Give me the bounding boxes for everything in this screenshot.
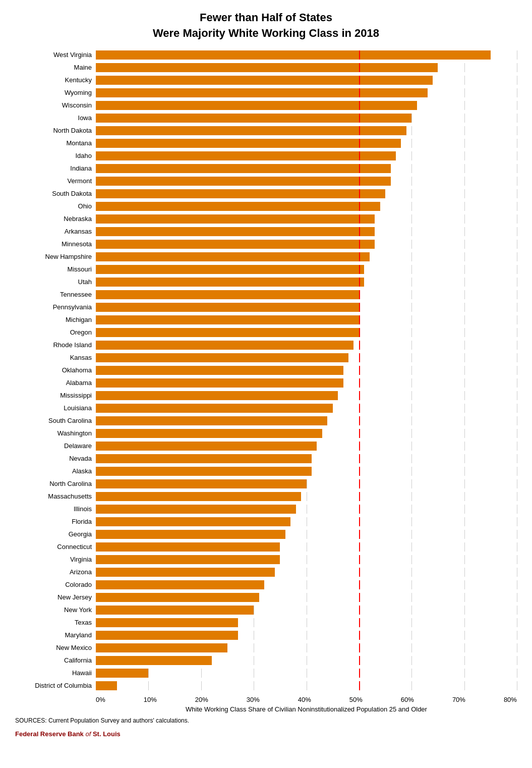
bars-wrapper xyxy=(96,669,517,678)
bar-label: Tennessee xyxy=(15,291,96,298)
grid-line xyxy=(411,378,412,388)
grid-line xyxy=(464,378,465,388)
bars-wrapper xyxy=(96,429,517,438)
grid-line xyxy=(411,442,412,451)
grid-line xyxy=(254,656,254,665)
grid-line xyxy=(359,530,360,539)
grid-line xyxy=(359,681,360,690)
grid-line xyxy=(517,214,517,224)
bar-fill xyxy=(96,315,359,324)
grid-line xyxy=(517,328,517,337)
bar-row: Wyoming xyxy=(15,87,517,98)
grid-line xyxy=(254,669,254,678)
grid-line xyxy=(517,517,517,526)
bar-label: Pennsylvania xyxy=(15,303,96,311)
grid-line xyxy=(464,315,465,324)
bar-row: Maryland xyxy=(15,630,517,641)
bar-row: Arkansas xyxy=(15,226,517,237)
grid-line xyxy=(411,240,412,249)
grid-line xyxy=(517,568,517,577)
bar-fill xyxy=(96,669,148,678)
bar-label: New Hampshire xyxy=(15,253,96,260)
bars-wrapper xyxy=(96,542,517,552)
grid-line xyxy=(307,479,307,488)
chart-area: West VirginiaMaineKentuckyWyomingWiscons… xyxy=(15,49,517,713)
grid-line xyxy=(464,214,465,224)
grid-line xyxy=(307,530,307,539)
bar-label: Wyoming xyxy=(15,89,96,96)
bar-row: California xyxy=(15,655,517,666)
bar-row: Texas xyxy=(15,617,517,628)
grid-line xyxy=(307,505,307,514)
grid-line xyxy=(464,303,465,312)
grid-line xyxy=(148,681,149,690)
grid-line xyxy=(411,252,412,261)
bar-label: New Mexico xyxy=(15,644,96,651)
grid-line xyxy=(517,265,517,274)
grid-line xyxy=(464,442,465,451)
grid-line xyxy=(464,101,465,110)
x-axis-label: 10% xyxy=(144,696,157,703)
grid-line xyxy=(411,454,412,463)
grid-line xyxy=(411,505,412,514)
bar-label: Rhode Island xyxy=(15,341,96,349)
bar-row: North Carolina xyxy=(15,478,517,489)
grid-line xyxy=(517,530,517,539)
grid-line xyxy=(411,126,412,135)
bar-label: Nebraska xyxy=(15,215,96,223)
grid-line xyxy=(307,555,307,564)
grid-line xyxy=(411,151,412,160)
grid-line xyxy=(464,278,465,287)
bars-wrapper xyxy=(96,139,517,148)
grid-line xyxy=(517,303,517,312)
bar-label: Mississippi xyxy=(15,392,96,399)
grid-line xyxy=(411,278,412,287)
bar-row: Maine xyxy=(15,62,517,73)
bar-row: Mississippi xyxy=(15,390,517,401)
bars-wrapper xyxy=(96,681,517,690)
bar-label: Missouri xyxy=(15,265,96,273)
grid-line xyxy=(517,542,517,552)
grid-line xyxy=(517,681,517,690)
bar-fill xyxy=(96,378,343,388)
grid-line xyxy=(411,656,412,665)
grid-line xyxy=(517,353,517,362)
grid-line xyxy=(464,252,465,261)
bar-label: Virginia xyxy=(15,556,96,563)
grid-line xyxy=(517,88,517,97)
bar-fill xyxy=(96,240,375,249)
grid-line xyxy=(517,227,517,236)
bars-wrapper xyxy=(96,202,517,211)
grid-line xyxy=(464,164,465,173)
bar-label: Colorado xyxy=(15,581,96,588)
bar-label: Ohio xyxy=(15,202,96,210)
bar-row: New York xyxy=(15,605,517,616)
bars-wrapper xyxy=(96,404,517,413)
bar-row: Washington xyxy=(15,428,517,439)
grid-line xyxy=(464,63,465,72)
grid-line xyxy=(359,366,360,375)
bars-wrapper xyxy=(96,328,517,337)
grid-line xyxy=(359,517,360,526)
grid-line xyxy=(464,88,465,97)
grid-line xyxy=(464,555,465,564)
x-axis-label: 70% xyxy=(452,696,465,703)
bar-fill xyxy=(96,429,322,438)
grid-line xyxy=(307,669,307,678)
bars-wrapper xyxy=(96,114,517,123)
grid-line xyxy=(464,643,465,652)
bar-label: District of Columbia xyxy=(15,682,96,689)
grid-line xyxy=(359,315,360,324)
bars-wrapper xyxy=(96,492,517,501)
bars-wrapper xyxy=(96,391,517,400)
grid-line xyxy=(464,479,465,488)
grid-line xyxy=(517,467,517,476)
bar-label: Louisiana xyxy=(15,404,96,412)
bar-fill xyxy=(96,643,227,652)
grid-line xyxy=(464,177,465,186)
grid-line xyxy=(359,479,360,488)
bar-label: North Carolina xyxy=(15,480,96,487)
grid-line xyxy=(464,530,465,539)
bar-fill xyxy=(96,214,375,224)
bar-label: South Dakota xyxy=(15,190,96,197)
